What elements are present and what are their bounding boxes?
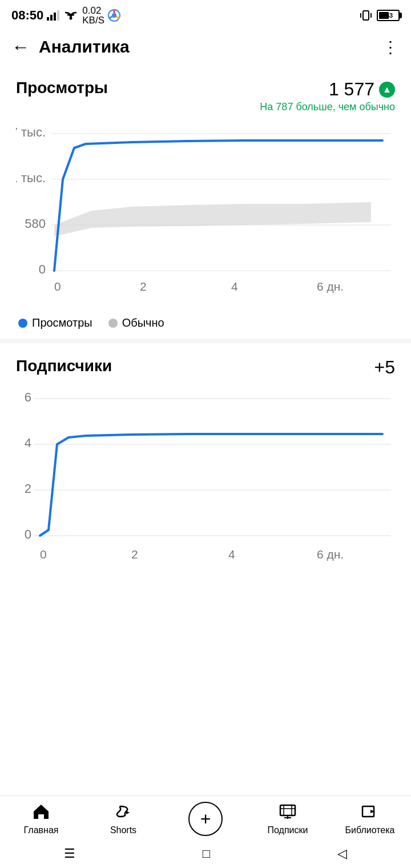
svg-text:1,7 тыс.: 1,7 тыс. <box>16 125 46 139</box>
views-legend-dot <box>18 319 27 328</box>
svg-marker-38 <box>126 811 130 814</box>
subscribers-count: +5 <box>374 357 395 378</box>
status-bar: 08:50 0.02KB/S <box>0 0 411 29</box>
usual-legend-dot <box>108 319 118 328</box>
svg-text:4: 4 <box>228 548 235 561</box>
svg-line-8 <box>116 17 120 18</box>
svg-text:0: 0 <box>40 548 47 561</box>
views-count: 1 577 <box>329 79 374 100</box>
views-title: Просмотры <box>16 79 108 97</box>
header: ← Аналитика ⋮ <box>0 29 411 65</box>
back-nav-button[interactable]: ◁ <box>337 846 347 861</box>
svg-text:1,1 тыс.: 1,1 тыс. <box>16 171 46 185</box>
menu-nav-button[interactable]: ☰ <box>64 846 75 861</box>
svg-rect-2 <box>54 13 56 21</box>
views-chart: 1,7 тыс. 1,1 тыс. 580 0 0 2 4 6 дн. <box>16 122 395 307</box>
home-label: Главная <box>24 825 59 835</box>
svg-text:0: 0 <box>39 262 46 276</box>
views-trend-up-icon: ▲ <box>379 82 395 98</box>
more-options-button[interactable]: ⋮ <box>382 38 400 57</box>
svg-rect-1 <box>50 15 53 21</box>
svg-text:0: 0 <box>25 527 31 541</box>
svg-text:2: 2 <box>25 481 31 496</box>
views-chart-svg: 1,7 тыс. 1,1 тыс. 580 0 0 2 4 6 дн. <box>16 122 395 305</box>
signal-icon <box>47 10 59 21</box>
subscribers-section: Подписчики +5 6 4 2 0 0 2 4 6 дн. <box>0 343 411 641</box>
library-icon <box>361 803 378 823</box>
battery-icon: 53 <box>377 10 400 21</box>
views-number: 1 577 ▲ <box>329 79 395 100</box>
home-icon <box>33 803 50 823</box>
svg-text:4: 4 <box>25 436 31 450</box>
nav-subscriptions[interactable]: Подписки <box>247 796 329 842</box>
nav-items: Главная Shorts + <box>0 796 411 842</box>
svg-text:580: 580 <box>25 216 46 231</box>
nav-shorts[interactable]: Shorts <box>82 796 164 842</box>
home-nav-button[interactable]: □ <box>203 846 210 861</box>
subscribers-title: Подписчики <box>16 357 112 375</box>
system-nav-bar: ☰ □ ◁ <box>0 842 411 868</box>
svg-rect-10 <box>363 11 369 20</box>
vibrate-icon <box>360 9 372 22</box>
page-title: Аналитика <box>39 37 382 57</box>
subscribers-chart: 6 4 2 0 0 2 4 6 дн. <box>16 387 395 584</box>
svg-point-6 <box>112 13 116 18</box>
svg-text:2: 2 <box>131 548 138 561</box>
views-subtitle: На 787 больше, чем обычно <box>260 101 395 113</box>
shorts-icon <box>115 803 132 823</box>
subscribers-chart-svg: 6 4 2 0 0 2 4 6 дн. <box>16 387 395 581</box>
bottom-nav: Главная Shorts + <box>0 795 411 868</box>
views-legend: Просмотры Обычно <box>16 316 395 329</box>
nav-add[interactable]: + <box>164 796 247 842</box>
svg-line-9 <box>109 17 112 18</box>
views-legend-item1: Просмотры <box>18 316 92 329</box>
data-speed: 0.02KB/S <box>82 6 104 25</box>
status-left: 08:50 0.02KB/S <box>11 6 120 25</box>
svg-text:6 дн.: 6 дн. <box>317 548 344 561</box>
usual-legend-label: Обычно <box>122 316 164 329</box>
svg-text:6: 6 <box>25 390 31 404</box>
shorts-label: Shorts <box>110 825 136 835</box>
views-value-block: 1 577 ▲ На 787 больше, чем обычно <box>260 79 395 113</box>
add-icon: + <box>188 802 223 836</box>
subscriptions-icon <box>279 803 296 823</box>
chrome-icon <box>108 9 120 22</box>
status-right: 53 <box>360 9 400 22</box>
battery-level: 53 <box>379 12 400 19</box>
svg-text:6 дн.: 6 дн. <box>317 280 344 293</box>
subscribers-value-block: +5 <box>374 357 395 378</box>
svg-rect-0 <box>47 17 49 21</box>
views-header: Просмотры 1 577 ▲ На 787 больше, чем обы… <box>16 79 395 113</box>
svg-text:2: 2 <box>140 280 147 293</box>
views-legend-item2: Обычно <box>108 316 164 329</box>
time-display: 08:50 <box>11 8 43 23</box>
svg-rect-3 <box>57 10 59 21</box>
subscribers-header: Подписчики +5 <box>16 357 395 378</box>
svg-marker-25 <box>54 202 371 271</box>
subscribers-number: +5 <box>374 357 395 378</box>
svg-point-4 <box>70 17 72 20</box>
wifi-icon <box>63 10 79 21</box>
library-label: Библиотека <box>345 825 395 835</box>
nav-home[interactable]: Главная <box>0 796 82 842</box>
svg-text:4: 4 <box>231 280 238 293</box>
views-legend-label: Просмотры <box>32 316 92 329</box>
subscriptions-label: Подписки <box>268 825 308 835</box>
views-section: Просмотры 1 577 ▲ На 787 больше, чем обы… <box>0 65 411 339</box>
section-divider <box>0 339 411 343</box>
back-button[interactable]: ← <box>11 38 30 56</box>
svg-rect-39 <box>280 805 295 815</box>
svg-text:0: 0 <box>54 280 61 293</box>
nav-library[interactable]: Библиотека <box>329 796 411 842</box>
